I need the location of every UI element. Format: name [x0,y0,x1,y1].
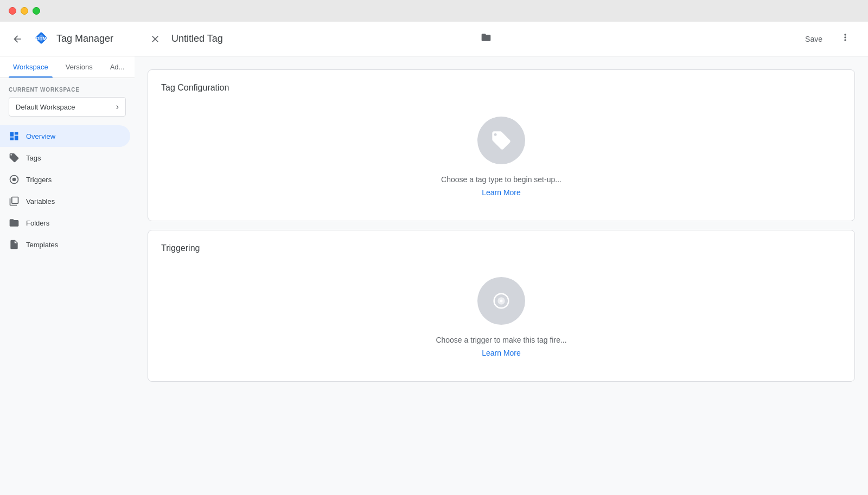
gtm-logo: GTM [33,29,50,49]
title-bar [0,0,868,22]
overview-label: Overview [26,132,55,140]
folder-icon [9,217,20,228]
main-panel: Untitled Tag Save [135,22,868,495]
dialog-body: Tag Configuration Choose a tag type to b… [135,56,868,495]
more-options-button[interactable] [835,28,855,50]
trigger-icon [9,174,20,185]
template-icon [9,239,20,250]
triggers-label: Triggers [26,176,52,184]
svg-text:GTM: GTM [36,36,47,41]
triggering-card[interactable]: Triggering Choose a trigger to make this… [148,230,855,382]
tag-config-hint: Choose a tag type to begin set-up... [441,175,561,184]
tag-configuration-card[interactable]: Tag Configuration Choose a tag type to b… [148,69,855,221]
dialog-folder-button[interactable] [481,32,492,46]
tab-versions[interactable]: Versions [61,56,97,78]
tag-configuration-content: Choose a tag type to begin set-up... Lea… [161,106,841,208]
triggering-content: Choose a trigger to make this tag fire..… [161,266,841,368]
close-button[interactable] [148,31,163,47]
save-button[interactable]: Save [796,30,831,48]
workspace-name: Default Workspace [16,103,75,111]
sidebar-item-triggers[interactable]: Triggers [0,169,130,190]
tab-workspace[interactable]: Workspace [9,56,53,78]
workspace-label: CURRENT WORKSPACE [9,87,126,93]
workspace-selector[interactable]: Default Workspace › [9,97,126,117]
traffic-light-green[interactable] [33,7,40,15]
app-window: GTM Tag Manager Workspace Versions Ad...… [0,22,868,495]
sidebar-top-nav: GTM Tag Manager [0,22,135,56]
trigger-hint: Choose a trigger to make this tag fire..… [436,336,566,344]
sidebar-tabs: Workspace Versions Ad... [0,56,135,78]
traffic-light-yellow[interactable] [21,7,28,15]
overview-icon [9,131,20,142]
variable-icon [9,196,20,207]
chevron-right-icon: › [116,102,119,112]
nav-items: Overview Tags Triggers [0,121,135,260]
triggering-learn-more[interactable]: Learn More [482,349,521,357]
variables-label: Variables [26,197,55,205]
tab-admin[interactable]: Ad... [106,56,129,78]
tag-icon [9,152,20,163]
sidebar-item-variables[interactable]: Variables [0,190,130,212]
dialog-header: Untitled Tag Save [135,22,868,56]
triggering-title: Triggering [161,243,841,253]
svg-point-4 [12,178,16,182]
dialog-actions: Save [796,28,855,50]
tag-dialog: Untitled Tag Save [135,22,868,495]
sidebar: GTM Tag Manager Workspace Versions Ad...… [0,22,135,495]
sidebar-item-templates[interactable]: Templates [0,234,130,255]
sidebar-item-tags[interactable]: Tags [0,147,130,169]
back-button[interactable] [9,30,26,48]
sidebar-item-folders[interactable]: Folders [0,212,130,234]
tag-config-learn-more[interactable]: Learn More [482,188,521,197]
tag-placeholder-icon [477,117,525,164]
trigger-placeholder-icon [477,277,525,325]
tags-label: Tags [26,154,41,162]
sidebar-item-overview[interactable]: Overview [0,125,130,147]
workspace-section: CURRENT WORKSPACE Default Workspace › [0,78,135,121]
svg-point-7 [500,300,503,303]
app-title: Tag Manager [56,33,113,44]
content-area: GTM Tag Manager Workspace Versions Ad...… [0,22,868,495]
templates-label: Templates [26,241,58,249]
tag-configuration-title: Tag Configuration [161,83,841,93]
traffic-light-red[interactable] [9,7,16,15]
folders-label: Folders [26,219,49,227]
dialog-title: Untitled Tag [171,33,476,44]
